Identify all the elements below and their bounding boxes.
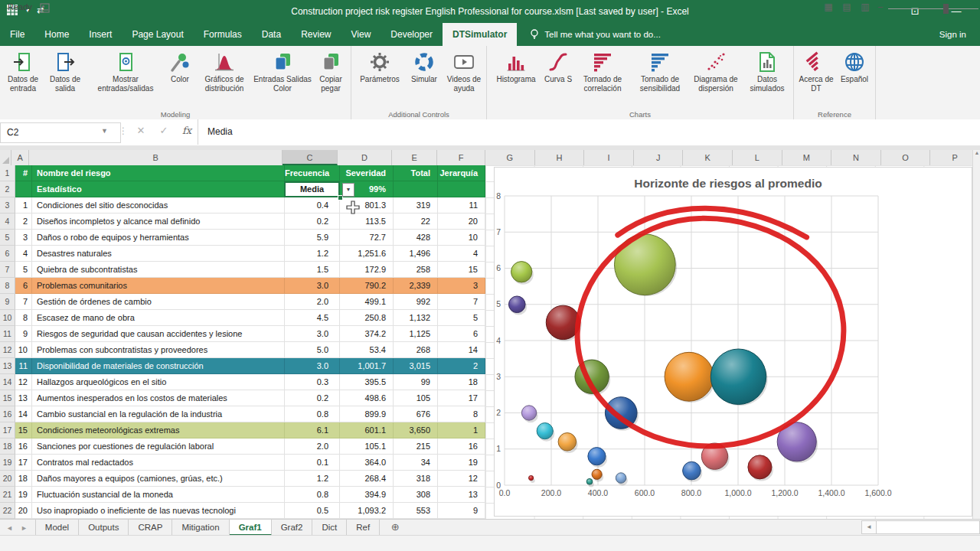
- cell-dropdown-button[interactable]: ▼: [342, 183, 354, 197]
- row-header-11[interactable]: 11: [0, 326, 15, 342]
- vertical-scrollbar[interactable]: ▲: [972, 150, 980, 519]
- ribbon-button-diagrama-de-dispersión[interactable]: Diagrama de dispersión: [689, 48, 743, 109]
- row-header-9[interactable]: 9: [0, 294, 15, 310]
- risk-hierarchy[interactable]: 16: [438, 439, 485, 455]
- maximize-button[interactable]: ❐: [972, 0, 980, 23]
- risk-frequency[interactable]: 0.8: [285, 406, 340, 422]
- risk-hierarchy[interactable]: 1: [438, 422, 485, 439]
- risk-id[interactable]: 17: [15, 455, 32, 471]
- menu-tab-insert[interactable]: Insert: [79, 23, 122, 46]
- risk-id[interactable]: 3: [15, 230, 32, 246]
- risk-hierarchy[interactable]: 9: [438, 503, 485, 519]
- tell-me-box[interactable]: Tell me what you want to do...: [517, 23, 661, 46]
- column-header-g[interactable]: G: [485, 150, 535, 165]
- risk-name[interactable]: Riesgos de seguridad que causan accident…: [32, 326, 285, 342]
- ribbon-button-parámetros[interactable]: Parámetros: [354, 48, 405, 109]
- risk-name[interactable]: Contratos mal redactados: [32, 455, 285, 471]
- zoom-out-icon[interactable]: −: [877, 2, 884, 13]
- risk-total[interactable]: 105: [394, 390, 438, 406]
- ribbon-button-acerca-de-dt[interactable]: Acerca de DT: [797, 48, 835, 109]
- row-header-3[interactable]: 3: [0, 197, 15, 214]
- sheet-tab-ref[interactable]: Ref: [347, 520, 380, 536]
- bubble-chart[interactable]: 0.0200.0400.0600.0800.01,000.01,200.01,4…: [494, 167, 972, 517]
- risk-frequency[interactable]: 0.5: [285, 503, 340, 519]
- header-hierarchy[interactable]: Jerarquía: [438, 165, 485, 181]
- risk-id[interactable]: 10: [15, 342, 32, 358]
- zoom-slider-thumb[interactable]: [943, 4, 949, 14]
- risk-frequency[interactable]: 5.0: [285, 342, 340, 358]
- column-header-o[interactable]: O: [881, 150, 931, 165]
- column-header-e[interactable]: E: [392, 150, 437, 165]
- risk-hierarchy[interactable]: 6: [438, 326, 485, 342]
- sheet-nav-right-icon[interactable]: ►: [21, 524, 28, 532]
- risk-frequency[interactable]: 0.2: [285, 214, 340, 230]
- sheet-tab-model[interactable]: Model: [35, 520, 79, 536]
- column-header-m[interactable]: M: [782, 150, 832, 165]
- risk-severity[interactable]: 395.5: [340, 374, 394, 390]
- row-header-14[interactable]: 14: [0, 374, 15, 390]
- risk-severity[interactable]: 113.5: [340, 214, 394, 230]
- risk-severity[interactable]: 1,001.7: [340, 358, 394, 374]
- risk-severity[interactable]: 601.1: [340, 422, 394, 439]
- risk-name[interactable]: Gestión de órdenes de cambio: [32, 294, 285, 310]
- risk-id[interactable]: 6: [15, 278, 32, 294]
- header-total[interactable]: Total: [394, 165, 438, 181]
- risk-severity[interactable]: 899.9: [340, 406, 394, 422]
- risk-total[interactable]: 319: [394, 197, 438, 214]
- column-header-i[interactable]: I: [584, 150, 634, 165]
- header-severity[interactable]: Severidad: [340, 165, 394, 181]
- row-header-21[interactable]: 21: [0, 487, 15, 503]
- risk-total[interactable]: 3,015: [394, 358, 438, 374]
- risk-frequency[interactable]: 6.1: [285, 422, 340, 439]
- risk-id[interactable]: 15: [15, 422, 32, 439]
- sheet-tab-graf1[interactable]: Graf1: [230, 520, 272, 536]
- row-header-12[interactable]: 12: [0, 342, 15, 358]
- risk-hierarchy[interactable]: 15: [438, 262, 485, 278]
- ribbon-button-español[interactable]: Español: [835, 48, 874, 109]
- risk-id[interactable]: 5: [15, 262, 32, 278]
- risk-frequency[interactable]: 0.3: [285, 374, 340, 390]
- ribbon-button-entradas-salidas-color[interactable]: Entradas Salidas Color: [253, 48, 312, 109]
- row-header-8[interactable]: 8: [0, 278, 15, 294]
- risk-frequency[interactable]: 1.5: [285, 262, 340, 278]
- cell-a2[interactable]: [15, 181, 32, 197]
- risk-hierarchy[interactable]: 4: [438, 246, 485, 262]
- menu-tab-home[interactable]: Home: [34, 23, 79, 46]
- risk-frequency[interactable]: 2.0: [285, 294, 340, 310]
- ribbon-button-mostrar-entradas-salidas[interactable]: Mostrar entradas/salidas: [87, 48, 164, 109]
- risk-id[interactable]: 8: [15, 310, 32, 326]
- risk-total[interactable]: 268: [394, 342, 438, 358]
- sheet-tab-crap[interactable]: CRAP: [129, 520, 172, 536]
- risk-hierarchy[interactable]: 18: [438, 374, 485, 390]
- risk-hierarchy[interactable]: 14: [438, 342, 485, 358]
- risk-name[interactable]: Disponibilidad de materiales de construc…: [32, 358, 285, 374]
- risk-total[interactable]: 22: [394, 214, 438, 230]
- sheet-nav-arrows[interactable]: ◄ ►: [0, 520, 35, 536]
- risk-total[interactable]: 1,496: [394, 246, 438, 262]
- row-header-19[interactable]: 19: [0, 455, 15, 471]
- column-header-f[interactable]: F: [437, 150, 485, 165]
- ribbon-button-histograma[interactable]: Histograma: [490, 48, 542, 109]
- risk-frequency[interactable]: 3.0: [285, 326, 340, 342]
- risk-id[interactable]: 11: [15, 358, 32, 374]
- risk-hierarchy[interactable]: 13: [438, 487, 485, 503]
- risk-severity[interactable]: 394.9: [340, 487, 394, 503]
- risk-id[interactable]: 4: [15, 246, 32, 262]
- add-sheet-icon[interactable]: ⊕: [387, 520, 403, 536]
- risk-severity[interactable]: 105.1: [340, 439, 394, 455]
- row-header-4[interactable]: 4: [0, 214, 15, 230]
- risk-hierarchy[interactable]: 7: [438, 294, 485, 310]
- risk-severity[interactable]: 498.6: [340, 390, 394, 406]
- risk-frequency[interactable]: 1.2: [285, 471, 340, 487]
- macro-record-icon[interactable]: [40, 3, 50, 13]
- risk-hierarchy[interactable]: 10: [438, 230, 485, 246]
- risk-severity[interactable]: 250.8: [340, 310, 394, 326]
- risk-id[interactable]: 1: [15, 197, 32, 214]
- risk-id[interactable]: 19: [15, 487, 32, 503]
- risk-frequency[interactable]: 3.0: [285, 278, 340, 294]
- risk-name[interactable]: Cambio sustancial en la regulación de la…: [32, 406, 285, 422]
- risk-name[interactable]: Escasez de mano de obra: [32, 310, 285, 326]
- cell-e2[interactable]: [394, 181, 438, 197]
- row-header-6[interactable]: 6: [0, 246, 15, 262]
- risk-severity[interactable]: 1,251.6: [340, 246, 394, 262]
